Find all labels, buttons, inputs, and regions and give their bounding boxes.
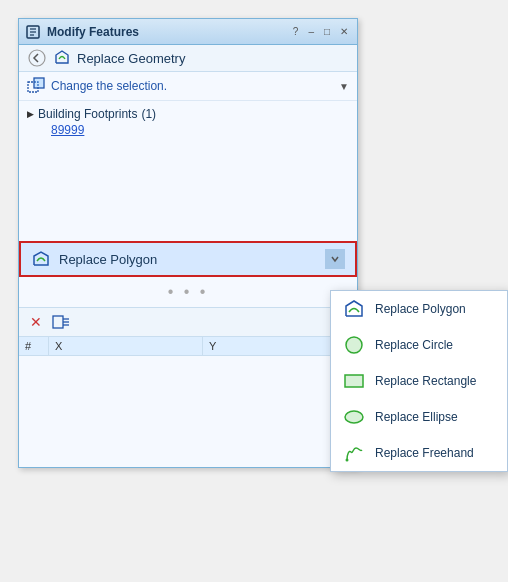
change-selection-inner: Change the selection. xyxy=(27,77,167,95)
change-selection-label: Change the selection. xyxy=(51,79,167,93)
menu-item-replace-rectangle-label: Replace Rectangle xyxy=(375,374,476,388)
replace-polygon-label: Replace Polygon xyxy=(59,252,317,267)
title-bar: Modify Features ? – □ ✕ xyxy=(19,19,357,45)
menu-item-replace-polygon-label: Replace Polygon xyxy=(375,302,466,316)
layer-item[interactable]: 89999 xyxy=(51,123,349,137)
geometry-type-dropdown: Replace Polygon Replace Circle Replace R… xyxy=(330,290,508,472)
replace-freehand-menu-icon xyxy=(343,442,365,464)
change-selection-row[interactable]: Change the selection. ▼ xyxy=(19,72,357,101)
coordinate-table-header: # X Y xyxy=(19,336,357,356)
replace-geometry-header: Replace Geometry xyxy=(19,45,357,72)
title-bar-left: Modify Features xyxy=(25,24,139,40)
svg-point-13 xyxy=(345,411,363,423)
layer-name: Building Footprints xyxy=(38,107,137,121)
replace-polygon-icon xyxy=(31,249,51,269)
help-button[interactable]: ? xyxy=(290,25,302,38)
layer-tree: ▶ Building Footprints (1) 89999 xyxy=(19,101,357,181)
menu-item-replace-ellipse-label: Replace Ellipse xyxy=(375,410,458,424)
col-x: X xyxy=(49,337,203,355)
svg-point-4 xyxy=(29,50,45,66)
replace-geo-icon xyxy=(53,49,71,67)
bottom-toolbar: ✕ xyxy=(19,307,357,336)
replace-circle-menu-icon xyxy=(343,334,365,356)
svg-rect-7 xyxy=(53,316,63,328)
col-hash: # xyxy=(19,337,49,355)
replace-rectangle-menu-icon xyxy=(343,370,365,392)
window-controls: ? – □ ✕ xyxy=(290,25,351,38)
close-button[interactable]: ✕ xyxy=(337,25,351,38)
menu-item-replace-rectangle[interactable]: Replace Rectangle xyxy=(331,363,507,399)
back-button[interactable] xyxy=(27,48,47,68)
svg-rect-12 xyxy=(345,375,363,387)
change-selection-dropdown-arrow[interactable]: ▼ xyxy=(339,81,349,92)
replace-polygon-menu-icon xyxy=(343,298,365,320)
modify-features-panel: Modify Features ? – □ ✕ Replace Geometry xyxy=(18,18,358,468)
expand-icon[interactable]: ▶ xyxy=(27,109,34,119)
selection-icon xyxy=(27,77,45,95)
sketch-tool-icon[interactable] xyxy=(51,312,71,332)
replace-polygon-button[interactable]: Replace Polygon xyxy=(19,241,357,277)
minimize-button[interactable]: – xyxy=(305,25,317,38)
layer-group: ▶ Building Footprints (1) xyxy=(27,107,349,121)
split-arrow-icon xyxy=(329,253,341,265)
replace-ellipse-menu-icon xyxy=(343,406,365,428)
svg-rect-6 xyxy=(34,78,44,88)
svg-point-14 xyxy=(346,459,349,462)
panel-icon xyxy=(25,24,41,40)
panel-title: Modify Features xyxy=(47,25,139,39)
delete-button[interactable]: ✕ xyxy=(27,313,45,331)
svg-point-11 xyxy=(346,337,362,353)
menu-item-replace-ellipse[interactable]: Replace Ellipse xyxy=(331,399,507,435)
layer-count: (1) xyxy=(141,107,156,121)
menu-item-replace-freehand[interactable]: Replace Freehand xyxy=(331,435,507,471)
menu-item-replace-polygon[interactable]: Replace Polygon xyxy=(331,291,507,327)
replace-geometry-label: Replace Geometry xyxy=(77,51,185,66)
split-dropdown-button[interactable] xyxy=(325,249,345,269)
maximize-button[interactable]: □ xyxy=(321,25,333,38)
dots-separator: • • • xyxy=(19,277,357,307)
menu-item-replace-freehand-label: Replace Freehand xyxy=(375,446,474,460)
menu-item-replace-circle-label: Replace Circle xyxy=(375,338,453,352)
menu-item-replace-circle[interactable]: Replace Circle xyxy=(331,327,507,363)
